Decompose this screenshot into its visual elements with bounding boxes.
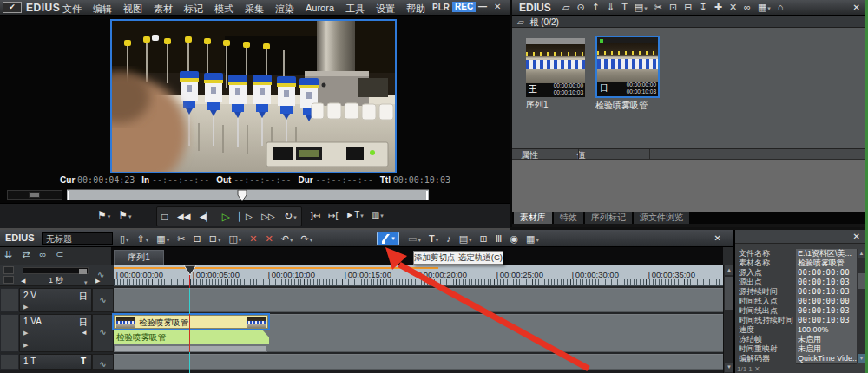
playhead-line[interactable]	[189, 352, 190, 373]
title-clip-icon[interactable]: T	[621, 2, 628, 13]
fast-forward-button[interactable]: ▷▷	[261, 208, 274, 226]
paste-icon[interactable]: ⊟	[684, 2, 692, 13]
tab-sequence-marker[interactable]: 序列标记	[585, 212, 632, 224]
rewind-button[interactable]: ◀◀	[177, 208, 190, 226]
toolbox-icon[interactable]: ⌂	[778, 2, 784, 13]
multicam-grid-icon[interactable]: ⊞	[480, 233, 488, 245]
view-mode-caret-icon[interactable]: ▾	[767, 5, 771, 11]
delete-icon[interactable]: ✕	[729, 2, 737, 13]
scroll-up-icon[interactable]: ▲	[858, 249, 865, 258]
link-icon[interactable]: ∞	[744, 2, 751, 13]
playback-speed-icon[interactable]: ◉	[510, 233, 518, 245]
insert-overwrite-mode-icon[interactable]: ⇊	[4, 249, 12, 260]
track-content-1t[interactable]	[114, 354, 723, 370]
track-content-2v[interactable]	[114, 288, 723, 312]
clip-name[interactable]: 序列1	[526, 99, 585, 111]
caret-icon[interactable]: ▾	[146, 237, 149, 243]
bin-close-button[interactable]: ✕	[853, 3, 860, 12]
bin-folder-row[interactable]: ▱ 根 (0/2)	[512, 16, 867, 28]
track-select-cell[interactable]	[0, 354, 19, 370]
speaker-icon[interactable]: ◄	[81, 329, 88, 337]
menu-capture[interactable]: 采集	[245, 3, 264, 16]
menu-marker[interactable]: 标记	[184, 3, 203, 16]
import-icon[interactable]: ⇧▾	[137, 233, 149, 245]
set-in-caret-icon[interactable]: ▾	[108, 213, 111, 219]
play-around-button[interactable]: ►T▾	[345, 206, 364, 225]
caret-icon[interactable]: ▾	[436, 237, 439, 243]
voiceover-icon[interactable]: ♪	[446, 233, 451, 244]
redo-icon[interactable]: ↷▾	[301, 233, 313, 245]
title-tool-icon[interactable]: T▾	[429, 233, 438, 244]
paste-icon[interactable]: ⊟▾	[209, 233, 221, 245]
shuttle-slider[interactable]	[7, 190, 62, 200]
search-icon[interactable]: ⊙	[576, 2, 584, 13]
save-icon[interactable]: ▦▾	[156, 233, 169, 245]
add-cut-point-button[interactable]: ▾	[377, 232, 399, 245]
scale-caret-icon[interactable]: ▾	[84, 278, 88, 287]
rec-indicator[interactable]: REC	[452, 2, 476, 12]
marker-panel-button[interactable]	[3, 266, 14, 274]
clip-thumbnail[interactable]: 王 00:00:00:0000:00:10:03	[526, 38, 585, 97]
track-select-cell[interactable]	[0, 314, 19, 352]
open-folder-icon[interactable]: ▱	[562, 2, 569, 13]
close-button[interactable]: ✕	[494, 2, 501, 11]
ripple-mode-icon[interactable]: ∞	[39, 249, 46, 260]
scrollbar-thumb[interactable]	[858, 273, 865, 289]
patch-curve-icon[interactable]: ∿	[99, 359, 106, 369]
menu-help[interactable]: 帮助	[406, 3, 425, 16]
copy-icon[interactable]: ⊡	[669, 2, 677, 13]
track-header-2v[interactable]: 2 V 日 ▶	[19, 288, 92, 312]
scroll-down-icon[interactable]: ▼	[858, 354, 865, 363]
patch-curve-icon[interactable]: ∿	[99, 295, 106, 304]
caret-icon[interactable]: ▾	[218, 237, 221, 243]
timeline-clip-audio[interactable]: 检验喷雾吸管	[114, 330, 269, 344]
menu-render[interactable]: 渲染	[275, 3, 294, 16]
copy-icon[interactable]: ⊡	[193, 233, 201, 245]
audio-panel-button[interactable]	[3, 276, 14, 284]
info-value[interactable]: QuickTime Vide...	[796, 354, 857, 364]
upload-icon[interactable]: ↥	[592, 2, 600, 13]
track-header-1t[interactable]: 1 T T	[19, 354, 92, 370]
play-around-caret-icon[interactable]: ▾	[360, 213, 364, 219]
title-track-icon[interactable]: T	[81, 357, 86, 366]
next-frame-button[interactable]: ▏▷	[239, 208, 252, 226]
scrollbar-thumb[interactable]	[725, 277, 733, 310]
timeline-scale-value[interactable]: 1 秒	[49, 276, 63, 285]
timeline-clip-video[interactable]: 检验喷雾吸管	[114, 315, 268, 329]
patch-curve-icon[interactable]: ∿	[99, 327, 106, 337]
play-button[interactable]: ▷	[222, 208, 230, 226]
playhead-line[interactable]	[189, 314, 190, 352]
playhead-line[interactable]	[189, 275, 190, 288]
menu-mode[interactable]: 模式	[214, 3, 233, 16]
layout-icon[interactable]: ▦▾	[526, 233, 539, 245]
loop-button[interactable]: ↻▾	[284, 207, 297, 226]
video-track-icon[interactable]: 日	[79, 291, 88, 303]
patch-curve-icon[interactable]: ∿	[97, 270, 104, 279]
playhead-line[interactable]	[189, 288, 190, 314]
stop-button[interactable]: □	[161, 208, 168, 226]
colorbar-caret-icon[interactable]: ▾	[644, 5, 648, 11]
expand-track-icon[interactable]: ▶	[23, 342, 28, 349]
send-to-timeline-icon[interactable]: ↧	[699, 2, 707, 13]
timeline-clip-mixer-strip[interactable]	[114, 345, 267, 352]
timeline-zoom-slider[interactable]	[23, 267, 89, 274]
menu-tools[interactable]: 工具	[345, 3, 365, 16]
export-button[interactable]: ▥▾	[372, 206, 384, 225]
delete-icon[interactable]: ✕	[249, 233, 257, 245]
zoom-slider-handle[interactable]	[79, 269, 87, 274]
timeline-scrollbar[interactable]: ▲ ▼	[723, 265, 733, 373]
menu-settings[interactable]: 设置	[376, 3, 395, 16]
replace-icon[interactable]: ◫▾	[228, 233, 241, 245]
caret-icon[interactable]: ▾	[239, 237, 242, 243]
view-mode-icon[interactable]: ▦▾	[758, 2, 771, 13]
expand-track-icon[interactable]: ▶	[23, 330, 28, 337]
caret-icon[interactable]: ▾	[418, 237, 421, 243]
set-out-caret-icon[interactable]: ▾	[128, 213, 132, 219]
menu-view[interactable]: 视图	[123, 3, 142, 16]
caret-icon[interactable]: ▾	[310, 237, 313, 243]
playhead-handle[interactable]	[183, 265, 197, 276]
trim-mode-icon[interactable]: ▭▾	[408, 233, 421, 245]
clip-name[interactable]: 检验喷雾吸管	[595, 100, 660, 112]
bin-clip-selected[interactable]: 日 00:00:00:0000:00:10:03 检验喷雾吸管	[595, 36, 660, 112]
timeline-close-button[interactable]: ✕	[714, 233, 721, 243]
